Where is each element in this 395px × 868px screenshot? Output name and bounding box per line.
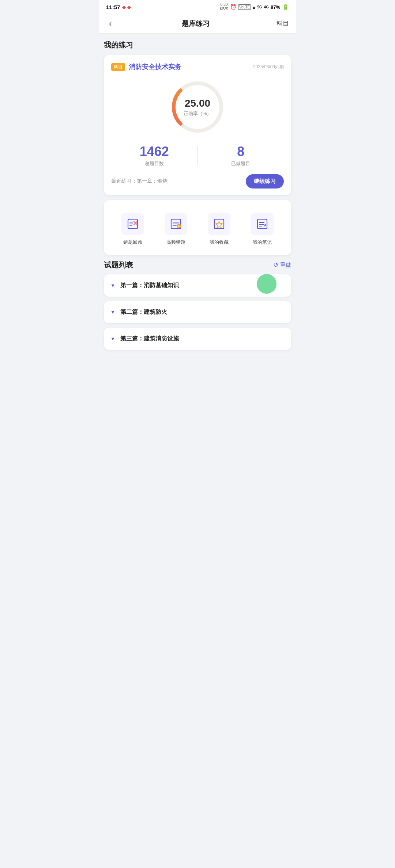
total-questions-stat: 1462 总题目数 <box>111 144 198 167</box>
list-title-1: 第一篇：消防基础知识 <box>120 282 179 289</box>
subject-left: 科目 消防安全技术实务 <box>111 62 181 71</box>
circular-progress-wrapper: 25.00 正确率（%） <box>111 78 284 136</box>
svg-marker-14 <box>216 221 222 228</box>
circular-progress: 25.00 正确率（%） <box>168 78 227 136</box>
action-wrong-review[interactable]: 错题回顾 <box>111 213 154 245</box>
network-speed: 0.30KB/S <box>220 3 228 11</box>
quick-actions-card: 错题回顾 高频错题 <box>104 200 291 255</box>
action-notes[interactable]: 我的笔记 <box>241 213 284 245</box>
float-dot <box>257 274 276 294</box>
status-bar: 11:57 ◆ ◆ 0.30KB/S ⏰ VoLTE ▴ 5G 4G 87% 🔋 <box>99 0 296 14</box>
circular-center: 25.00 正确率（%） <box>184 97 212 117</box>
question-list-section: 试题列表 ↺ 重做 ▼ 第一篇：消防基础知识 ▼ 第二篇：建筑防火 ▼ 第三篇：… <box>104 260 291 350</box>
wrong-review-icon <box>127 218 139 230</box>
subject-tag: 科目 <box>111 63 125 71</box>
progress-label: 正确率（%） <box>184 110 212 117</box>
redo-button[interactable]: ↺ 重做 <box>273 261 291 269</box>
action-high-freq[interactable]: 高频错题 <box>154 213 198 245</box>
my-practice-heading: 我的练习 <box>104 40 291 50</box>
continue-button[interactable]: 继续练习 <box>246 174 284 189</box>
wifi-icon: ▴ <box>253 4 255 10</box>
status-left: 11:57 ◆ ◆ <box>106 4 131 10</box>
notes-icon <box>256 218 268 230</box>
list-title-3: 第三篇：建筑消防设施 <box>120 335 179 343</box>
total-questions-value: 1462 <box>111 144 198 159</box>
action-icon-wrap-favorites <box>208 213 230 235</box>
nav-title: 题库练习 <box>182 19 210 28</box>
progress-value: 25.00 <box>184 97 212 110</box>
action-label-wrong-review: 错题回顾 <box>123 239 142 245</box>
recent-label: 最近练习：第一章：燃烧 <box>111 178 168 184</box>
subject-name: 消防安全技术实务 <box>129 62 181 71</box>
list-item[interactable]: ▼ 第二篇：建筑防火 <box>104 301 291 323</box>
nav-bar: ‹ 题库练习 科目 <box>99 14 296 34</box>
action-label-notes: 我的笔记 <box>253 239 272 245</box>
recent-row: 最近练习：第一章：燃烧 继续练习 <box>111 174 284 189</box>
signal-4g: 4G <box>264 5 269 9</box>
action-icon-wrap-wrong-review <box>121 213 144 235</box>
action-icon-wrap-notes <box>251 213 274 235</box>
volte-icon: VoLTE <box>238 4 251 10</box>
total-questions-label: 总题目数 <box>111 160 198 167</box>
done-questions-stat: 8 已做题目 <box>198 144 284 167</box>
status-icons: 0.30KB/S ⏰ VoLTE ▴ 5G 4G 87% 🔋 <box>220 3 289 11</box>
subject-button[interactable]: 科目 <box>276 19 289 28</box>
redo-icon: ↺ <box>273 261 278 269</box>
list-item[interactable]: ▼ 第三篇：建筑消防设施 <box>104 328 291 350</box>
quick-actions: 错题回顾 高频错题 <box>111 208 284 248</box>
status-time: 11:57 <box>106 4 120 10</box>
high-freq-icon <box>170 218 182 230</box>
list-arrow-3: ▼ <box>110 336 115 342</box>
done-questions-label: 已做题目 <box>198 160 284 167</box>
action-label-favorites: 我的收藏 <box>210 239 229 245</box>
favorites-icon <box>213 218 225 230</box>
alarm-icon: ⏰ <box>230 4 236 10</box>
list-arrow-1: ▼ <box>110 283 115 288</box>
battery-icon: 🔋 <box>282 4 289 10</box>
section-row: 试题列表 ↺ 重做 <box>104 260 291 270</box>
action-icon-wrap-high-freq <box>165 213 187 235</box>
subject-expiry: 2025/08/09到期 <box>253 64 284 70</box>
status-app-icons: ◆ ◆ <box>122 4 131 10</box>
main-content: 我的练习 科目 消防安全技术实务 2025/08/09到期 <box>99 34 296 361</box>
list-title-2: 第二篇：建筑防火 <box>120 308 167 316</box>
action-favorites[interactable]: 我的收藏 <box>198 213 241 245</box>
redo-label: 重做 <box>280 262 291 269</box>
back-button[interactable]: ‹ <box>106 16 114 31</box>
battery-percent: 87% <box>271 4 280 10</box>
list-arrow-2: ▼ <box>110 309 115 315</box>
question-list-heading: 试题列表 <box>104 260 133 270</box>
practice-card: 科目 消防安全技术实务 2025/08/09到期 <box>104 55 291 195</box>
signal-5g: 5G <box>257 5 262 9</box>
done-questions-value: 8 <box>198 144 284 159</box>
action-label-high-freq: 高频错题 <box>166 239 185 245</box>
